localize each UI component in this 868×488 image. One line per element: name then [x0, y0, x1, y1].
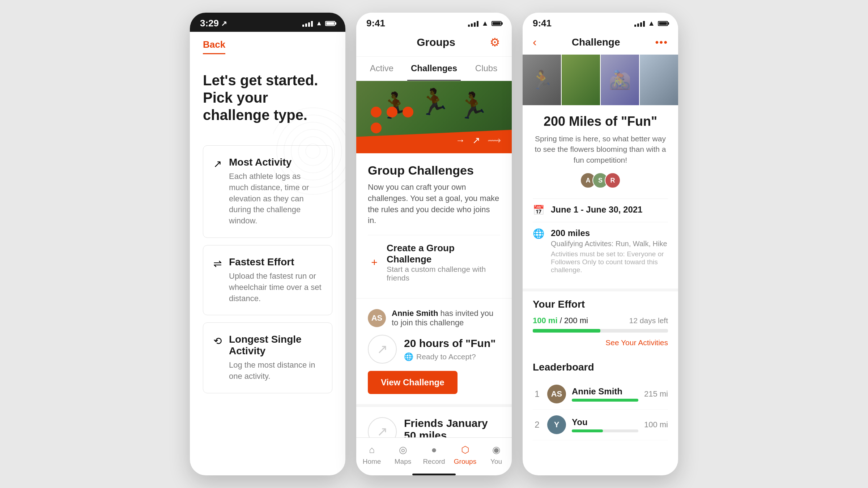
create-challenge-row[interactable]: + Create a Group Challenge Start a custo…	[368, 235, 500, 290]
tab-active[interactable]: Active	[356, 57, 407, 81]
invite-challenge-name: 20 hours of "Fun"	[404, 337, 495, 350]
longest-activity-title: Longest Single Activity	[229, 334, 322, 357]
lb-name-2: You	[572, 417, 638, 427]
leaderboard-section: Leaderboard 1 AS Annie Smith 215 mi 2 Y …	[523, 354, 678, 448]
fastest-effort-title: Fastest Effort	[229, 256, 322, 268]
lb-bar-fill-2	[572, 429, 603, 432]
create-challenge-sub: Start a custom challenge with friends	[387, 265, 500, 282]
challenge2-name: Friends January 50 miles	[404, 417, 500, 437]
back-button[interactable]: Back	[203, 32, 225, 54]
more-options-button[interactable]: •••	[655, 37, 668, 48]
tab-clubs[interactable]: Clubs	[461, 57, 512, 81]
progress-bar	[533, 329, 668, 333]
group-challenges-section: Group Challenges Now you can craft your …	[356, 153, 512, 299]
progress-bar-fill	[533, 329, 600, 333]
group-challenges-desc: Now you can craft your own challenges. Y…	[368, 182, 500, 226]
bottom-nav: ⌂ Home ◎ Maps ● Record ⬡ Groups ◉ You	[356, 437, 512, 471]
time-display-3: 9:41	[533, 18, 552, 29]
fastest-effort-icon: ⇌	[213, 258, 222, 270]
svg-point-3	[291, 129, 335, 173]
time-display-2: 9:41	[366, 18, 385, 29]
lb-bar-2	[572, 429, 638, 432]
status-icons-1: ▲	[302, 20, 335, 27]
plus-icon: +	[368, 256, 381, 269]
see-activities-link[interactable]: See Your Activities	[533, 338, 668, 347]
nav-you[interactable]: ◉ You	[481, 442, 512, 468]
progress-separator: /	[560, 316, 564, 325]
your-effort-title: Your Effort	[533, 299, 668, 310]
location-icon: ↗	[221, 19, 227, 28]
longest-activity-option[interactable]: ⟲ Longest Single Activity Log the most d…	[203, 322, 332, 393]
status-bar-3: 9:41 ▲	[523, 13, 678, 32]
progress-miles: 100 mi / 200 mi	[533, 316, 588, 325]
lb-info-2: You	[572, 417, 638, 432]
screen2-title: Groups	[417, 36, 455, 48]
nav-maps-label: Maps	[395, 458, 411, 466]
lb-rank-2: 2	[533, 420, 541, 430]
fastest-effort-option[interactable]: ⇌ Fastest Effort Upload the fastest run …	[203, 245, 332, 315]
home-indicator-2	[412, 474, 456, 475]
participant-avatar-3: R	[605, 172, 621, 188]
tab-challenges[interactable]: Challenges	[407, 57, 461, 81]
lb-rank-1: 1	[533, 389, 541, 399]
challenge-images: 🏃 🚵	[523, 55, 678, 105]
date-row: 📅 June 1 - June 30, 2021	[533, 198, 668, 222]
wifi-icon: ▲	[316, 20, 322, 27]
nav-groups[interactable]: ⬡ Groups	[450, 442, 481, 468]
challenge-page-title: Challenge	[572, 37, 620, 48]
screen2-header: Groups ⚙	[356, 32, 512, 57]
lb-avatar-1: AS	[547, 385, 566, 403]
svg-point-1	[277, 115, 345, 187]
warning-text: Activities must be set to: Everyone or F…	[551, 250, 668, 274]
nav-record[interactable]: ● Record	[418, 442, 450, 468]
distance-row: 🌐 200 miles Qualifying Activites: Run, W…	[533, 222, 668, 280]
signal-icon	[302, 20, 313, 27]
nav-record-label: Record	[423, 458, 445, 466]
svg-point-2	[284, 122, 342, 180]
screen3-phone: 9:41 ▲ ‹ Challenge •••	[523, 13, 678, 475]
wifi-icon-3: ▲	[648, 19, 655, 27]
most-activity-icon: ↗	[213, 158, 222, 170]
topo-watermark	[273, 97, 345, 205]
challenge2-thumb: ↗	[368, 417, 397, 437]
invite-card: AS Annie Smith has invited you to join t…	[356, 299, 512, 407]
hero-arrows: → ↗ ⟿	[456, 135, 501, 146]
challenge-globe: 🌐 Ready to Accept?	[404, 352, 495, 361]
screen3-header: ‹ Challenge •••	[523, 32, 678, 55]
invite-text: Annie Smith has invited you to join this…	[392, 309, 500, 328]
lb-avatar-2: Y	[547, 415, 566, 434]
signal-icon-2	[468, 20, 478, 27]
longest-activity-desc: Log the most distance in one activity.	[229, 360, 322, 382]
hero-dots	[371, 107, 429, 133]
signal-icon-3	[634, 20, 645, 27]
status-icons-3: ▲	[634, 19, 668, 27]
home-icon: ⌂	[369, 444, 375, 455]
participant-avatars: A S R	[533, 172, 668, 188]
gear-icon[interactable]: ⚙	[490, 35, 500, 49]
challenge-img-mountain	[640, 55, 678, 105]
status-bar-1: 3:29 ↗ ▲	[190, 13, 345, 32]
back-chevron[interactable]: ‹	[533, 35, 537, 49]
your-effort-section: Your Effort 100 mi / 200 mi 12 days left…	[523, 288, 678, 354]
screen2-scroll[interactable]: Group Challenges Now you can craft your …	[356, 153, 512, 437]
nav-maps[interactable]: ◎ Maps	[387, 442, 418, 468]
nav-home-label: Home	[363, 458, 381, 466]
status-icons-2: ▲	[468, 19, 502, 27]
longest-activity-icon: ⟲	[213, 335, 222, 347]
globe-icon: 🌐	[533, 228, 544, 239]
nav-home[interactable]: ⌂ Home	[356, 442, 387, 468]
view-challenge-button[interactable]: View Challenge	[368, 371, 458, 394]
lb-name-1: Annie Smith	[572, 386, 638, 397]
groups-icon: ⬡	[461, 444, 469, 455]
you-icon: ◉	[492, 444, 501, 455]
challenge-img-cyclist: 🚵	[601, 55, 639, 105]
status-bar-2: 9:41 ▲	[356, 13, 512, 32]
progress-days: 12 days left	[629, 316, 668, 325]
screen2-phone: 9:41 ▲ Groups ⚙ Active C	[356, 13, 512, 475]
challenge-detail: 200 Miles of "Fun" Spring time is here, …	[523, 105, 678, 288]
challenge-detail-title: 200 Miles of "Fun"	[533, 114, 668, 129]
challenge-card-2: ↗ Friends January 50 miles 🚴 18 mi / 50 …	[356, 407, 512, 437]
inviter-avatar: AS	[368, 309, 386, 327]
hero-banner: 🏃 🏃 🏃 → ↗ ⟿	[356, 81, 512, 153]
tabs-bar: Active Challenges Clubs	[356, 57, 512, 81]
